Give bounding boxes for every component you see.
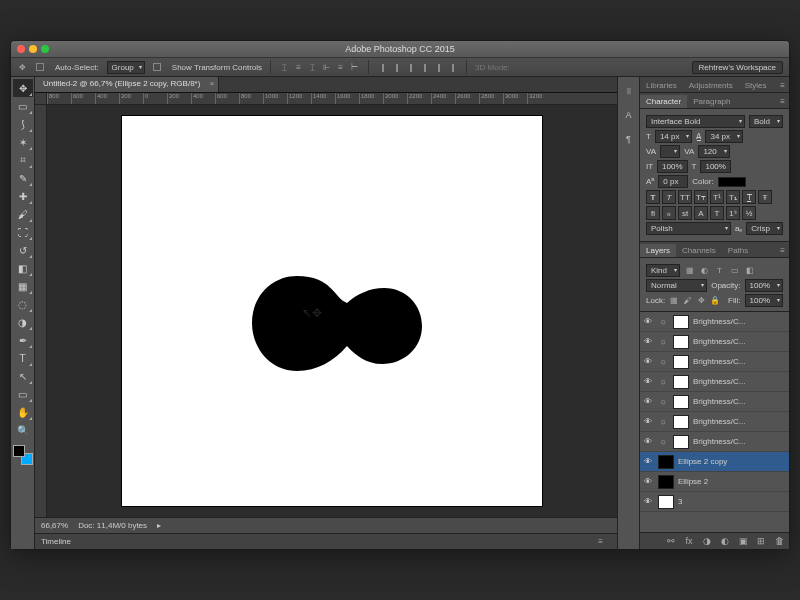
align-right-icon[interactable]: ⊢ [349, 62, 360, 73]
eyedropper-tool[interactable]: ✎ [13, 169, 33, 187]
allcaps-button[interactable]: TT [678, 190, 692, 204]
visibility-eye-icon[interactable]: 👁 [644, 357, 654, 366]
tab-styles[interactable]: Styles [739, 79, 773, 92]
distribute-5-icon[interactable]: ‖ [433, 62, 444, 73]
hscale-field[interactable]: 100% [700, 160, 730, 173]
blur-tool[interactable]: ◌ [13, 295, 33, 313]
fractions-button[interactable]: ½ [742, 206, 756, 220]
align-top-icon[interactable]: ⌶ [279, 62, 290, 73]
dock-icon-2[interactable]: A [621, 107, 637, 123]
layer-name[interactable]: Brightness/C... [693, 377, 785, 386]
auto-select-checkbox[interactable] [36, 63, 44, 71]
layer-row[interactable]: 👁☼Brightness/C... [640, 432, 789, 452]
crop-tool[interactable]: ⌗ [13, 151, 33, 169]
show-transform-checkbox[interactable] [153, 63, 161, 71]
antialias-dropdown[interactable]: Crisp [746, 222, 783, 235]
layer-name[interactable]: Brightness/C... [693, 397, 785, 406]
language-dropdown[interactable]: Polish [646, 222, 731, 235]
tracking-field[interactable]: 120 [698, 145, 729, 158]
panel-menu-icon[interactable]: ≡ [776, 79, 789, 92]
character-menu-icon[interactable]: ≡ [776, 95, 789, 108]
document-canvas[interactable]: ↖✥ [122, 116, 542, 506]
distribute-2-icon[interactable]: ‖ [391, 62, 402, 73]
visibility-eye-icon[interactable]: 👁 [644, 397, 654, 406]
marquee-tool[interactable]: ▭ [13, 97, 33, 115]
leading-field[interactable]: 34 px [705, 130, 743, 143]
workspace-dropdown[interactable]: Rehtrew's Workspace [692, 61, 783, 74]
filter-type-icon[interactable]: T [714, 265, 725, 276]
layer-name[interactable]: Brightness/C... [693, 357, 785, 366]
ligatures-button[interactable]: fi [646, 206, 660, 220]
filter-smart-icon[interactable]: ◧ [744, 265, 755, 276]
document-tab[interactable]: Untitled-2 @ 66,7% (Ellipse 2 copy, RGB/… [35, 77, 219, 92]
shape-tool[interactable]: ▭ [13, 385, 33, 403]
visibility-eye-icon[interactable]: 👁 [644, 337, 654, 346]
stamp-tool[interactable]: ⛶ [13, 223, 33, 241]
layer-name[interactable]: Brightness/C... [693, 337, 785, 346]
contextual-button[interactable]: ℴ [662, 206, 676, 220]
layer-row[interactable]: 👁☼Brightness/C... [640, 312, 789, 332]
gradient-tool[interactable]: ▦ [13, 277, 33, 295]
visibility-eye-icon[interactable]: 👁 [644, 497, 654, 506]
pen-tool[interactable]: ✒ [13, 331, 33, 349]
lock-transparency-icon[interactable]: ▦ [669, 295, 679, 306]
smallcaps-button[interactable]: Tᴛ [694, 190, 708, 204]
brush-tool[interactable]: 🖌 [13, 205, 33, 223]
distribute-1-icon[interactable]: ‖ [377, 62, 388, 73]
font-size-field[interactable]: 14 px [655, 130, 693, 143]
font-family-dropdown[interactable]: Interface Bold [646, 115, 745, 128]
move-tool[interactable]: ✥ [13, 79, 33, 97]
color-swatches[interactable] [13, 445, 33, 465]
underline-button[interactable]: T̲ [742, 190, 756, 204]
doc-info-chevron-icon[interactable]: ▸ [157, 521, 161, 530]
lock-pixels-icon[interactable]: 🖌 [683, 295, 693, 306]
new-group-icon[interactable]: ▣ [737, 535, 749, 547]
tab-layers[interactable]: Layers [640, 244, 676, 257]
filter-shape-icon[interactable]: ▭ [729, 265, 740, 276]
close-tab-icon[interactable]: × [210, 79, 215, 88]
tab-character[interactable]: Character [640, 95, 687, 108]
visibility-eye-icon[interactable]: 👁 [644, 437, 654, 446]
tab-paths[interactable]: Paths [722, 244, 754, 257]
blend-mode-dropdown[interactable]: Normal [646, 279, 707, 292]
align-bottom-icon[interactable]: ⌶ [307, 62, 318, 73]
fx-icon[interactable]: fx [683, 535, 695, 547]
distribute-3-icon[interactable]: ‖ [405, 62, 416, 73]
layer-name[interactable]: Ellipse 2 [678, 477, 785, 486]
kerning-field[interactable] [660, 145, 680, 158]
subscript-button[interactable]: T₁ [726, 190, 740, 204]
visibility-eye-icon[interactable]: 👁 [644, 417, 654, 426]
dodge-tool[interactable]: ◑ [13, 313, 33, 331]
discretionary-button[interactable]: st [678, 206, 692, 220]
swash-button[interactable]: A [694, 206, 708, 220]
visibility-eye-icon[interactable]: 👁 [644, 477, 654, 486]
layer-filter-dropdown[interactable]: Kind [646, 264, 680, 277]
layer-row[interactable]: 👁Ellipse 2 [640, 472, 789, 492]
baseline-field[interactable]: 0 px [658, 175, 688, 188]
heal-tool[interactable]: ✚ [13, 187, 33, 205]
tab-channels[interactable]: Channels [676, 244, 722, 257]
ordinals-button[interactable]: 1ˢ [726, 206, 740, 220]
timeline-menu-icon[interactable]: ≡ [594, 535, 607, 548]
font-style-dropdown[interactable]: Bold [749, 115, 783, 128]
layer-row[interactable]: 👁☼Brightness/C... [640, 392, 789, 412]
path-select-tool[interactable]: ↖ [13, 367, 33, 385]
layer-name[interactable]: Brightness/C... [693, 437, 785, 446]
delete-layer-icon[interactable]: 🗑 [773, 535, 785, 547]
layer-name[interactable]: Brightness/C... [693, 317, 785, 326]
layer-row[interactable]: 👁Ellipse 2 copy [640, 452, 789, 472]
fill-field[interactable]: 100% [745, 294, 783, 307]
new-layer-icon[interactable]: ⊞ [755, 535, 767, 547]
auto-select-dropdown[interactable]: Group [107, 61, 145, 74]
lasso-tool[interactable]: ⟆ [13, 115, 33, 133]
strikethrough-button[interactable]: Ŧ [758, 190, 772, 204]
text-color-swatch[interactable] [718, 177, 746, 187]
visibility-eye-icon[interactable]: 👁 [644, 377, 654, 386]
filter-adjust-icon[interactable]: ◐ [699, 265, 710, 276]
wand-tool[interactable]: ✶ [13, 133, 33, 151]
align-hcenter-icon[interactable]: ≡ [335, 62, 346, 73]
align-vcenter-icon[interactable]: ≡ [293, 62, 304, 73]
history-brush-tool[interactable]: ↺ [13, 241, 33, 259]
foreground-color-swatch[interactable] [13, 445, 25, 457]
layer-name[interactable]: 3 [678, 497, 785, 506]
